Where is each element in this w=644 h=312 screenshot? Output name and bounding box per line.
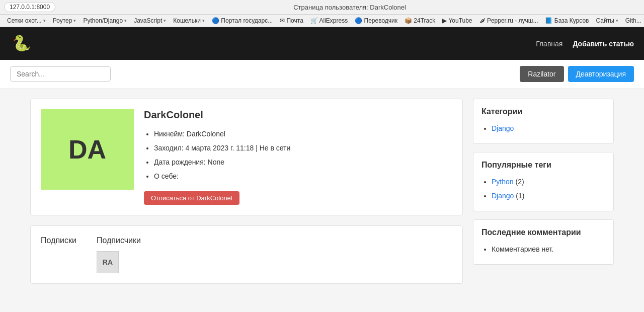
recent-comments-list: Комментариев нет. xyxy=(481,242,605,256)
auth-buttons: Razilator Деавторизация xyxy=(520,66,634,82)
profile-birthdate: Дата рождения: None xyxy=(154,155,452,169)
subscriptions-section: Подписки Подписчики RA xyxy=(30,225,463,284)
tag-django-link[interactable]: Django xyxy=(492,192,514,200)
bookmarks-bar: Сетки охот... ▾ Роутер ▾ Python/Django ▾… xyxy=(0,15,644,27)
tag-python-count: (2) xyxy=(515,178,524,186)
profile-username: DarkColonel xyxy=(144,109,452,121)
tag-django: Django (1) xyxy=(492,189,605,203)
following-title: Подписки xyxy=(41,236,76,245)
recent-comments-title: Последние комментарии xyxy=(481,228,605,237)
profile-card: DA DarkColonel Никнейм: DarkColonel Захо… xyxy=(30,99,463,215)
username-button[interactable]: Razilator xyxy=(520,66,564,82)
bookmark-3[interactable]: JavaScript ▾ xyxy=(131,16,169,25)
nav-home[interactable]: Главная xyxy=(536,40,562,48)
categories-list: Django xyxy=(481,121,605,135)
categories-title: Категории xyxy=(481,107,605,116)
search-input[interactable] xyxy=(10,66,111,82)
profile-nickname: Никнейм: DarkColonel xyxy=(154,127,452,141)
bookmark-portal[interactable]: 🔵 Портал государс... xyxy=(209,16,276,25)
following-group: Подписки xyxy=(41,236,76,273)
popular-tags-card: Популярные теги Python (2) Django (1) xyxy=(473,152,614,211)
bookmark-4[interactable]: Кошельки ▾ xyxy=(170,16,208,25)
nav-add-article[interactable]: Добавить статью xyxy=(573,40,634,48)
browser-title: Страница пользователя: DarkColonel xyxy=(59,4,640,11)
browser-bar: 127.0.0.1:8000 Страница пользователя: Da… xyxy=(0,0,644,15)
bookmark-aliexpress[interactable]: 🛒 AliExpress xyxy=(307,16,351,25)
bookmark-translate[interactable]: 🔵 Переводчик xyxy=(352,16,400,25)
bookmark-youtube[interactable]: ▶ YouTube xyxy=(439,16,475,25)
sidebar: Категории Django Популярные теги Python … xyxy=(473,99,614,284)
bookmark-2[interactable]: Python/Django ▾ xyxy=(80,16,130,25)
bookmark-0[interactable]: Сетки охот... ▾ xyxy=(4,16,49,25)
tag-django-count: (1) xyxy=(516,192,524,200)
profile-details: Никнейм: DarkColonel Заходил: 4 марта 20… xyxy=(144,127,452,183)
bookmark-courses[interactable]: 📘 База Курсов xyxy=(542,16,592,25)
site-nav: Главная Добавить статью xyxy=(536,40,634,48)
site-header: 🐍 Главная Добавить статью xyxy=(0,27,644,60)
followers-title: Подписчики xyxy=(97,236,141,245)
unsubscribe-button[interactable]: Отписаться от DarkColonel xyxy=(144,191,239,205)
bookmark-mail[interactable]: ✉ Почта xyxy=(277,16,306,25)
categories-card: Категории Django xyxy=(473,99,614,144)
avatar: DA xyxy=(41,109,134,190)
logo-icon: 🐍 xyxy=(10,32,33,55)
category-django-link[interactable]: Django xyxy=(492,124,514,132)
site-logo: 🐍 xyxy=(10,32,33,55)
bookmark-pepper[interactable]: 🌶 Pepper.ru - лучш... xyxy=(476,16,541,25)
followers-group: Подписчики RA xyxy=(97,236,141,273)
svg-text:🐍: 🐍 xyxy=(12,34,31,52)
popular-tags-list: Python (2) Django (1) xyxy=(481,175,605,203)
follower-avatar-ra[interactable]: RA xyxy=(97,251,119,273)
bookmark-1[interactable]: Роутер ▾ xyxy=(50,16,79,25)
profile-about: О себе: xyxy=(154,169,452,183)
recent-comments-card: Последние комментарии Комментариев нет. xyxy=(473,219,614,265)
address-bar[interactable]: 127.0.0.1:8000 xyxy=(4,2,55,12)
bookmark-github[interactable]: Gith... xyxy=(622,16,644,25)
profile-info: DarkColonel Никнейм: DarkColonel Заходил… xyxy=(144,109,452,205)
profile-last-seen: Заходил: 4 марта 2023 г. 11:18 | Не в се… xyxy=(154,141,452,155)
bookmark-24track[interactable]: 📦 24Track xyxy=(401,16,438,25)
search-bar-row: Razilator Деавторизация xyxy=(0,60,644,89)
tag-python-link[interactable]: Python xyxy=(492,178,514,186)
bookmark-sites[interactable]: Сайты ▾ xyxy=(593,16,621,25)
no-comments: Комментариев нет. xyxy=(492,242,605,256)
logout-button[interactable]: Деавторизация xyxy=(568,66,634,82)
category-django: Django xyxy=(492,121,605,135)
main-content: DA DarkColonel Никнейм: DarkColonel Захо… xyxy=(20,89,624,294)
content-area: DA DarkColonel Никнейм: DarkColonel Захо… xyxy=(30,99,463,284)
tag-python: Python (2) xyxy=(492,175,605,189)
popular-tags-title: Популярные теги xyxy=(481,161,605,170)
